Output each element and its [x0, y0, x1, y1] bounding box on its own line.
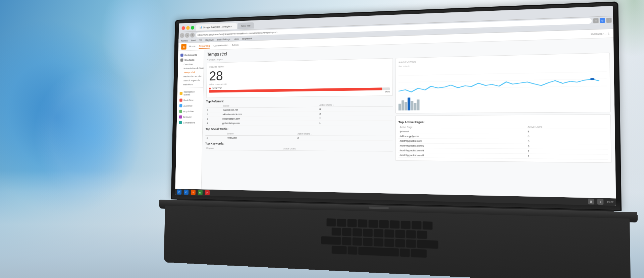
- ap-col-page: Active Page: [398, 125, 526, 129]
- key-space: [359, 247, 399, 256]
- key-cmd-right: [411, 249, 426, 257]
- close-button[interactable]: [181, 26, 185, 30]
- key-t: [369, 220, 378, 227]
- taskbar-photos[interactable]: P: [205, 190, 210, 195]
- key-opt-right: [400, 249, 410, 257]
- bookmark-brightwork[interactable]: Brightwork: [241, 37, 253, 41]
- bookmark-feed[interactable]: Feed: [190, 39, 197, 42]
- realtime-icon: [179, 98, 182, 101]
- account-icon[interactable]: G: [600, 18, 605, 23]
- right-now-card: Right now 28 active users on site DESKTO…: [206, 58, 393, 98]
- ga-tab-customization[interactable]: Customization: [213, 43, 228, 48]
- kw-col-users: Active Users: [282, 147, 393, 151]
- key-g: [374, 229, 383, 237]
- source-cell: getbootstrap.com: [221, 121, 318, 125]
- bookmark-td[interactable]: TD: [198, 39, 203, 42]
- key-b: [384, 238, 394, 247]
- browser-tab-inactive[interactable]: New Tab: [237, 22, 254, 29]
- ga-content-area: Temps réel ≡ 9 views, 8 apps Right now 2…: [202, 38, 616, 198]
- forward-button[interactable]: ›: [185, 33, 190, 38]
- browser-tab-active[interactable]: 📊 Google Analytics - Analytics...: [196, 23, 237, 30]
- taskbar-finder[interactable]: F: [177, 190, 181, 195]
- taskbar-safari[interactable]: S: [191, 190, 196, 195]
- ga-tab-reporting[interactable]: Reporting: [199, 44, 210, 49]
- bar-2: [401, 100, 404, 111]
- minimize-button[interactable]: [186, 26, 190, 30]
- ga-logo: a: [181, 44, 186, 50]
- pageviews-chart: [398, 65, 607, 96]
- conversions-icon: [179, 121, 182, 124]
- key-y: [379, 220, 389, 228]
- nav-arrows: ‹ › ↻: [180, 32, 195, 38]
- sidebar-item-retroliens[interactable]: Retroliens: [177, 82, 203, 86]
- row-num: 4: [206, 121, 221, 125]
- ga-tab-admin[interactable]: Admin: [232, 43, 238, 48]
- key-i: [401, 221, 411, 228]
- key-x: [353, 237, 362, 245]
- acquisition-icon: [179, 110, 182, 113]
- key-p: [423, 221, 432, 229]
- pageviews-chart-svg: [398, 65, 607, 96]
- sidebar-nav-conversions[interactable]: Conversions: [177, 120, 203, 125]
- sidebar-nav-audience[interactable]: Audience: [177, 103, 203, 109]
- sidebar-nav-behavior[interactable]: Behavior: [177, 114, 203, 120]
- row-num: 3: [206, 117, 221, 121]
- bar-7: [417, 99, 419, 110]
- sidebar-nav-intelligence[interactable]: Intelligence Events: [177, 89, 203, 97]
- bookmark-icon[interactable]: ☆: [593, 18, 599, 23]
- header-right: 19/02/2017 — 1: [590, 32, 609, 35]
- bar-chart: [398, 94, 607, 110]
- sidebar-nav-acquisition[interactable]: Acquisition: [177, 109, 203, 114]
- bookmark-brain[interactable]: Brain Pickings: [216, 38, 231, 41]
- device-indicator: [209, 87, 211, 89]
- key-e: [347, 219, 357, 227]
- active-pages-table: Active Page Active Users /photos/8/allth…: [398, 125, 608, 160]
- key-j: [395, 230, 405, 238]
- referrals-source-header: [206, 104, 222, 108]
- users-cell: 1: [526, 154, 608, 159]
- svg-line-0: [398, 72, 606, 76]
- referrals-title: Top Referrals:: [206, 98, 393, 103]
- key-w: [337, 219, 346, 226]
- maximize-button[interactable]: [191, 26, 195, 29]
- row-num: 2: [206, 112, 222, 117]
- laptop-lid: 📊 Google Analytics - Analytics... New Ta…: [171, 1, 622, 211]
- taskbar-right-2[interactable]: ♪: [597, 199, 604, 205]
- page-cell: /photos/: [398, 129, 526, 134]
- ap-col-users: Active Users: [526, 125, 607, 129]
- menu-icon[interactable]: ⋮: [606, 18, 611, 23]
- key-m: [406, 239, 416, 248]
- users-cell: 3: [318, 111, 393, 116]
- top-referrals-section: Top Referrals: Source Active Users ↓: [206, 98, 393, 126]
- active-pages-card: Top Active Pages: Active Page Active Use…: [395, 114, 611, 163]
- bookmark-favoris[interactable]: Favoris: [180, 39, 189, 42]
- taskbar-mail[interactable]: M: [198, 190, 203, 195]
- reload-button[interactable]: ↻: [190, 32, 195, 38]
- sidebar-nav-realtime[interactable]: Real-Time: [177, 97, 203, 103]
- kw-col-keyword: Keyword: [205, 146, 282, 150]
- bookmark-links[interactable]: Links: [233, 38, 239, 41]
- keywords-title: Top Keywords:: [205, 142, 393, 146]
- table-row: 4getbootstrap.com1: [206, 120, 393, 125]
- bar-6: [414, 103, 416, 110]
- key-cmd: [332, 246, 346, 254]
- trackpad: [369, 207, 389, 209]
- laptop: 📊 Google Analytics - Analytics... New Ta…: [158, 1, 638, 263]
- sidebar-divider: [177, 87, 203, 88]
- bar-3: [405, 102, 407, 110]
- source-cell: blog.hubspot.com: [221, 116, 318, 121]
- taskbar-chrome[interactable]: C: [184, 190, 189, 195]
- ga-tab-home[interactable]: Home: [189, 44, 196, 49]
- behavior-icon: [179, 115, 182, 118]
- bar-5: [411, 101, 413, 110]
- social-title: Top Social Traffic:: [206, 127, 393, 131]
- back-button[interactable]: ‹: [180, 33, 184, 38]
- key-d: [353, 228, 362, 236]
- key-c: [363, 238, 373, 246]
- taskbar-right-1[interactable]: ⊞: [588, 199, 595, 205]
- key-n: [395, 239, 405, 247]
- bookmark-bloglovin[interactable]: Bloglovin: [205, 38, 215, 41]
- source-cell: HootSuite: [226, 136, 296, 140]
- ga-main-layout: Dashboards ← Shortcuts Overview Présenta…: [175, 38, 616, 198]
- key-o: [412, 221, 422, 229]
